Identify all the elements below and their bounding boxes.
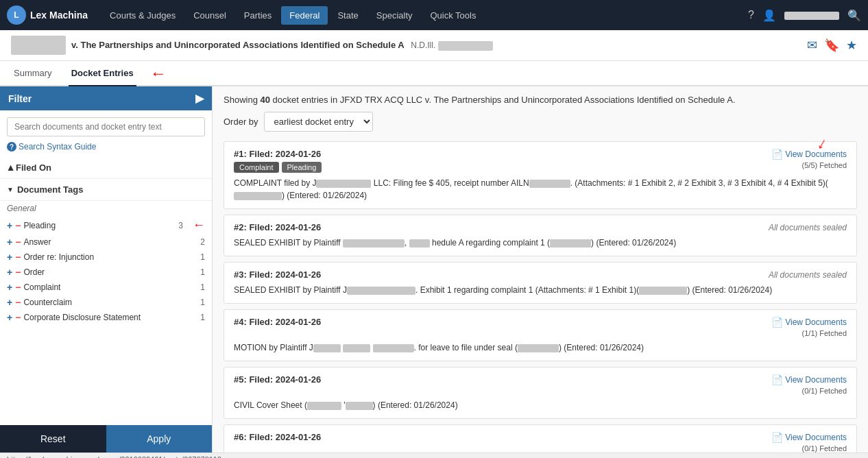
nav-item-state[interactable]: State [329, 6, 366, 25]
order-by-label: Order by [224, 117, 258, 127]
entry-6-filed: Filed: 2024-01-26 [249, 432, 321, 442]
nav-item-specialty[interactable]: Specialty [368, 6, 421, 25]
tag-plus-order[interactable]: + [7, 267, 12, 278]
nav-right: ? 👤 🔍 [748, 9, 861, 22]
entry-2-actions: All documents sealed [769, 222, 847, 232]
sidebar-toggle[interactable]: ▶ [195, 92, 204, 105]
tag-plus-answer[interactable]: + [7, 237, 12, 248]
sidebar-search-area [0, 110, 212, 139]
tab-docket-entries[interactable]: Docket Entries [69, 61, 136, 86]
tag-minus-order-injunction[interactable]: − [15, 252, 21, 263]
entry-1-number-date: #1: Filed: 2024-01-26 [234, 149, 322, 159]
entry-1-actions: 📄 View Documents (5/5) Fetched [771, 149, 847, 169]
nav-item-quick-tools[interactable]: Quick Tools [422, 6, 485, 25]
search-input[interactable] [7, 117, 205, 136]
filed-on-toggle[interactable]: ▶ Filed On [7, 162, 205, 173]
annotation-arrow-tabs: ← [150, 64, 167, 83]
tag-list: + − Pleading 3 ← + − Answer 2 + − Order … [0, 216, 212, 325]
entry-4-left: #4: Filed: 2024-01-26 [234, 317, 321, 327]
tag-count-order: 1 [200, 267, 205, 277]
document-tags-toggle[interactable]: ▼ Document Tags [7, 184, 205, 195]
docket-entry-4: #4: Filed: 2024-01-26 📄 View Documents (… [224, 309, 857, 361]
sidebar: Filter ▶ ? Search Syntax Guide ▶ Filed O… [0, 86, 213, 453]
search-nav-icon[interactable]: 🔍 [847, 9, 861, 22]
entry-1-filed: Filed: 2024-01-26 [249, 149, 321, 159]
status-url: https://law.lexmachina.com/cases/2010680… [7, 455, 221, 458]
annotation-arrow-pleading: ← [193, 218, 205, 232]
entry-6-left: #6: Filed: 2024-01-26 [234, 432, 321, 442]
tag-item-counterclaim: + − Counterclaim 1 [0, 295, 212, 310]
tag-count-counterclaim: 1 [200, 298, 205, 307]
help-circle-icon: ? [7, 142, 16, 152]
star-icon[interactable]: ★ [846, 38, 857, 53]
blur-2b [409, 239, 430, 248]
view-docs-link-6[interactable]: 📄 View Documents [771, 432, 847, 443]
content-area: Showing 40 docket entries in JFXD TRX AC… [213, 86, 868, 453]
blur-5b [346, 402, 373, 410]
view-docs-link-4[interactable]: 📄 View Documents [771, 317, 847, 328]
case-header: v. The Partnerships and Unincorporated A… [0, 30, 868, 61]
entry-4-body: MOTION by Plaintiff J . for leave to fil… [234, 341, 847, 354]
entry-1-tags: Complaint Pleading [234, 162, 322, 173]
fetched-text-1: (5/5) Fetched [771, 161, 847, 169]
status-bar: https://law.lexmachina.com/cases/2010680… [0, 453, 868, 458]
nav-item-counsel[interactable]: Counsel [185, 6, 234, 25]
order-by-select[interactable]: earliest docket entry latest docket entr… [264, 112, 373, 132]
bookmark-icon[interactable]: 🔖 [824, 38, 839, 53]
reset-button[interactable]: Reset [0, 425, 106, 453]
nav-item-courts-judges[interactable]: Courts & Judges [101, 6, 184, 25]
tabs-bar: Summary Docket Entries ← [0, 61, 868, 86]
entry-3-number-date: #3: Filed: 2024-01-26 [234, 269, 321, 280]
document-icon-1: 📄 [771, 149, 783, 160]
help-icon[interactable]: ? [748, 9, 754, 21]
tag-name-complaint: Complaint [23, 282, 195, 292]
docket-entry-6: #6: Filed: 2024-01-26 📄 View Documents (… [224, 424, 857, 453]
document-tags-section: ▼ Document Tags [0, 179, 212, 201]
apply-button[interactable]: Apply [106, 425, 213, 453]
nav-item-federal[interactable]: Federal [281, 6, 328, 25]
blur-3a [347, 287, 415, 295]
tag-plus-complaint[interactable]: + [7, 282, 12, 293]
user-name[interactable] [784, 10, 839, 20]
case-title-area: v. The Partnerships and Unincorporated A… [11, 36, 807, 55]
nav-item-parties[interactable]: Parties [236, 6, 280, 25]
case-id [438, 41, 493, 51]
document-icon-6: 📄 [771, 432, 783, 443]
docket-entry-1: #1: Filed: 2024-01-26 Complaint Pleading… [224, 141, 857, 209]
tag-minus-corporate-disclosure[interactable]: − [15, 312, 21, 323]
tag-minus-counterclaim[interactable]: − [15, 297, 21, 308]
tag-minus-pleading[interactable]: − [15, 220, 21, 231]
tag-plus-counterclaim[interactable]: + [7, 297, 12, 308]
sealed-label-3: All documents sealed [769, 270, 847, 280]
view-docs-link-5[interactable]: 📄 View Documents [771, 374, 847, 385]
logo-text: Lex Machina [30, 10, 88, 21]
tag-plus-order-injunction[interactable]: + [7, 252, 12, 263]
case-title: v. The Partnerships and Unincorporated A… [71, 40, 493, 51]
tag-count-order-injunction: 1 [200, 252, 205, 262]
entry-5-number-date: #5: Filed: 2024-01-26 [234, 374, 321, 385]
entry-1-body: COMPLAINT filed by J LLC: Filing fee $ 4… [234, 177, 847, 202]
results-summary: Showing 40 docket entries in JFXD TRX AC… [224, 95, 857, 105]
tag-minus-complaint[interactable]: − [15, 282, 21, 293]
fetched-text-4: (1/1) Fetched [771, 329, 847, 337]
entry-4-actions: 📄 View Documents (1/1) Fetched [771, 317, 847, 337]
top-navigation: L Lex Machina Courts & Judges Counsel Pa… [0, 0, 868, 30]
entry-3-actions: All documents sealed [769, 269, 847, 280]
tag-plus-pleading[interactable]: + [7, 220, 12, 231]
logo-icon: L [7, 5, 26, 25]
email-icon[interactable]: ✉ [807, 38, 817, 53]
entry-3-body: SEALED EXHIBIT by Plaintiff J. Exhibit 1… [234, 284, 847, 296]
tag-minus-answer[interactable]: − [15, 237, 21, 248]
search-syntax-link[interactable]: ? Search Syntax Guide [0, 139, 212, 157]
entry-6-number-date: #6: Filed: 2024-01-26 [234, 432, 321, 442]
entry-5-actions: 📄 View Documents (0/1) Fetched [771, 374, 847, 395]
tag-minus-order[interactable]: − [15, 267, 21, 278]
tag-plus-corporate-disclosure[interactable]: + [7, 312, 12, 323]
docket-entry-5: #5: Filed: 2024-01-26 📄 View Documents (… [224, 367, 857, 419]
entry-4-number-date: #4: Filed: 2024-01-26 [234, 317, 321, 327]
user-icon[interactable]: 👤 [762, 9, 776, 22]
view-docs-link-1[interactable]: 📄 View Documents [771, 149, 847, 160]
logo-area[interactable]: L Lex Machina [7, 5, 88, 25]
entry-4-filed: Filed: 2024-01-26 [249, 317, 321, 327]
tab-summary[interactable]: Summary [11, 61, 55, 86]
